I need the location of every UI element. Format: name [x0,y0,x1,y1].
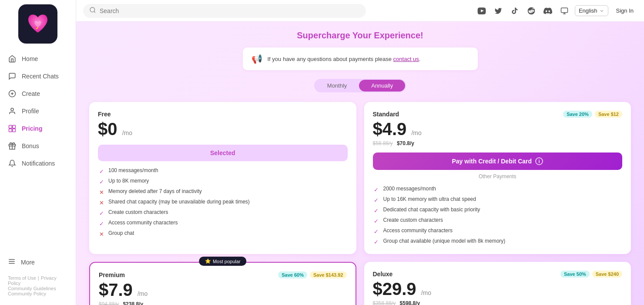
billing-toggle: Monthly Annually [89,79,631,92]
plan-standard-yearly: $58.88/y $70.8/y [373,140,623,146]
plan-premium-header: Premium Save 60% Save $143.92 [99,271,347,278]
community-guidelines-link[interactable]: Community Guidelines [8,286,56,291]
plan-free-price: $0 /mo [98,119,348,139]
bell-icon [8,159,17,168]
plans-grid: Free $0 /mo Selected ✓100 messages/month… [89,102,631,305]
sidebar-item-home[interactable]: Home [0,50,76,68]
community-policy-link[interactable]: Community Policy [8,291,46,296]
check-icon: ✓ [373,217,380,224]
feature-item: ✓Access community characters [98,220,348,227]
sidebar-item-notifications-label: Notifications [22,160,55,167]
annually-toggle[interactable]: Annually [359,80,405,92]
badge-save-12: Save $12 [595,111,622,118]
twitter-icon[interactable] [492,5,504,17]
topnav: English Sign In [76,0,644,22]
pricing-content: Supercharge Your Experience! 📢 If you ha… [76,22,644,305]
plan-standard-features: ✓2000 messages/month ✓Up to 16K memory w… [373,186,623,245]
chat-icon [8,72,17,81]
plan-premium-price: $7.9 /mo [99,280,347,299]
x-icon: ✕ [98,199,105,206]
sidebar-item-recent-chats-label: Recent Chats [22,73,59,80]
language-selector[interactable]: English [575,5,608,16]
plan-deluxe-badges: Save 50% Save $240 [560,271,622,278]
gift-icon [8,142,17,150]
sign-in-button[interactable]: Sign In [613,6,637,16]
chevron-down-icon [599,8,604,14]
plan-card-standard: Standard Save 20% Save $12 $4.9 /mo $58.… [364,102,631,254]
check-icon: ✓ [373,197,380,203]
notice-box: 📢 If you have any questions about paymen… [243,47,478,70]
tag-icon [8,124,17,133]
tiktok-icon[interactable] [509,5,521,17]
sidebar-item-create[interactable]: Create [0,85,76,102]
feature-item: ✓Create custom characters [373,217,623,224]
x-icon: ✕ [98,230,105,237]
feature-item: ✓100 messages/month [98,167,348,175]
badge-save-60: Save 60% [278,271,307,278]
plan-card-premium: ⭐ Most popular Premium Save 60% Save $14… [89,262,356,305]
plan-deluxe-yearly: $358.88/y $598.8/y [373,300,623,305]
svg-point-13 [90,7,95,12]
check-icon: ✓ [98,210,105,217]
topnav-icons: English Sign In [476,5,637,17]
feature-item: ✕Group chat [98,230,348,237]
feature-item: ✓Up to 16K memory with ultra chat speed [373,196,623,203]
plan-deluxe-header: Deluxe Save 50% Save $240 [373,271,623,278]
svg-rect-16 [561,8,567,13]
check-icon: ✓ [373,228,380,235]
feature-item: ✓Up to 8K memory [98,178,348,185]
sidebar-item-bonus-label: Bonus [22,142,39,149]
plan-premium-name: Premium [99,271,125,278]
check-icon: ✓ [98,168,105,175]
info-icon: i [535,157,543,165]
plan-deluxe-price: $29.9 /mo [373,279,623,298]
standard-cta-label: Pay with Credit / Debit Card [452,158,532,165]
sidebar-item-more[interactable]: More [0,253,76,271]
search-bar[interactable] [83,4,366,18]
sidebar-item-pricing[interactable]: Pricing [0,120,76,137]
badge-save-20: Save 20% [563,111,592,118]
sidebar-item-recent-chats[interactable]: Recent Chats [0,68,76,85]
free-plan-cta[interactable]: Selected [98,145,348,161]
contact-link[interactable]: contact us [393,56,419,62]
feature-item: ✓Access community characters [373,227,623,235]
sidebar-item-profile[interactable]: Profile [0,102,76,120]
feature-item: ✓Dedicated chat capacity with basic prio… [373,207,623,214]
plan-standard-badges: Save 20% Save $12 [563,111,622,118]
plan-free-features: ✓100 messages/month ✓Up to 8K memory ✕Me… [98,167,348,237]
monthly-toggle[interactable]: Monthly [315,80,359,92]
plan-card-free: Free $0 /mo Selected ✓100 messages/month… [89,102,356,254]
feature-item: ✓Group chat available (unique model with… [373,238,623,245]
svg-line-14 [94,11,95,13]
plan-standard-header: Standard Save 20% Save $12 [373,111,623,118]
terms-link[interactable]: Terms of Use [8,275,36,281]
check-icon: ✓ [373,186,380,193]
plan-deluxe-name: Deluxe [373,271,393,278]
monitor-icon[interactable] [558,5,570,17]
plan-card-deluxe: Deluxe Save 50% Save $240 $29.9 /mo $358… [364,262,631,305]
standard-plan-cta[interactable]: Pay with Credit / Debit Card i [373,152,623,170]
youtube-icon[interactable] [476,5,488,17]
reddit-icon[interactable] [525,5,537,17]
feature-item: ✕Memory deleted after 7 days of inactivi… [98,188,348,196]
most-popular-badge: ⭐ Most popular [199,257,247,266]
check-icon: ✓ [98,220,105,227]
notice-text: If you have any questions about payments… [268,56,421,62]
check-icon: ✓ [373,238,380,245]
sidebar-item-bonus[interactable]: Bonus [0,137,76,155]
standard-other-payments[interactable]: Other Payments [373,173,623,180]
logo[interactable] [18,4,57,44]
svg-rect-6 [9,129,12,132]
page-title: Supercharge Your Experience! [89,30,631,41]
sidebar-item-home-label: Home [22,55,38,62]
sidebar-item-notifications[interactable]: Notifications [0,155,76,172]
plan-premium-yearly: $94.88/y $238.8/y [99,301,347,305]
sidebar-item-create-label: Create [22,90,40,97]
search-input[interactable] [100,7,360,14]
feature-item: ✓Create custom characters [98,209,348,217]
plus-circle-icon [8,89,17,98]
svg-point-3 [11,108,13,111]
billing-toggle-inner: Monthly Annually [314,79,406,92]
sidebar: Home Recent Chats Create Profile Pricing [0,0,76,305]
discord-icon[interactable] [542,5,554,17]
